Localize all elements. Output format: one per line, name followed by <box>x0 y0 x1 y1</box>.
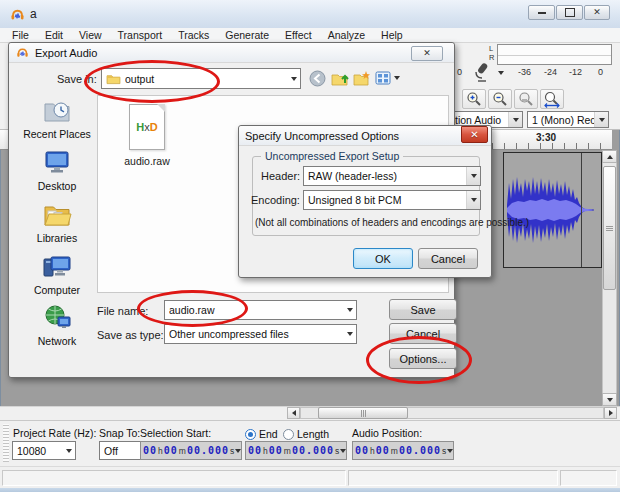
file-name-input[interactable]: audio.raw <box>164 300 357 320</box>
encoding-select[interactable]: Unsigned 8 bit PCM <box>303 190 481 210</box>
end-radio-label[interactable]: End <box>259 428 278 440</box>
menu-transport[interactable]: Transport <box>110 29 171 41</box>
encoding-value: Unsigned 8 bit PCM <box>308 194 466 206</box>
meter-dropdown-icon[interactable] <box>498 71 504 75</box>
minimize-button[interactable] <box>528 5 555 20</box>
export-dialog-title: Export Audio <box>35 47 97 59</box>
sidebar-item-network[interactable]: Network <box>17 305 97 347</box>
project-rate-select[interactable]: 10080 <box>12 441 76 460</box>
save-in-select[interactable]: output <box>101 68 301 89</box>
window-title: a <box>30 7 37 21</box>
zoom-in-button[interactable] <box>462 89 486 109</box>
scroll-down-button[interactable] <box>602 393 617 406</box>
options-button[interactable]: Options... <box>389 348 457 369</box>
scroll-up-button[interactable] <box>602 150 617 163</box>
export-dialog-titlebar[interactable]: Export Audio <box>9 43 454 63</box>
audio-position-label: Audio Position: <box>352 427 422 439</box>
fit-selection-button[interactable] <box>514 89 538 109</box>
selection-end-field[interactable]: 00h00m00.000s <box>245 441 347 460</box>
header-select[interactable]: RAW (header-less) <box>303 166 481 186</box>
chevron-down-icon[interactable] <box>343 325 356 343</box>
chevron-down-icon[interactable] <box>594 112 608 127</box>
status-panel <box>348 470 558 486</box>
recording-channels-select[interactable]: 1 (Mono) Recordir <box>527 111 609 128</box>
end-radio[interactable] <box>245 429 256 440</box>
sidebar-item-computer[interactable]: Computer <box>17 253 97 296</box>
back-button[interactable] <box>309 70 326 89</box>
chevron-down-icon[interactable] <box>343 301 356 319</box>
sidebar-item-recent-places[interactable]: Recent Places <box>17 97 97 140</box>
scroll-right-button[interactable] <box>604 407 617 419</box>
menu-generate[interactable]: Generate <box>217 29 277 41</box>
options-dialog-titlebar[interactable]: Specify Uncompressed Options <box>239 126 491 146</box>
toolbar-grip[interactable] <box>3 424 9 462</box>
zoom-out-button[interactable] <box>488 89 512 109</box>
close-icon: ✕ <box>593 8 601 17</box>
chevron-down-icon[interactable] <box>447 449 453 453</box>
new-folder-button[interactable] <box>353 70 371 89</box>
window-frame-bottom <box>0 488 620 492</box>
meter-scale-12: -12 <box>569 67 582 77</box>
audio-position-field[interactable]: 00h00m00.000s <box>352 441 454 460</box>
maximize-button[interactable] <box>556 5 583 20</box>
save-in-label: Save in: <box>57 73 97 85</box>
selection-start-field[interactable]: 00h00m00.000s <box>140 441 242 460</box>
microphone-icon[interactable] <box>471 62 493 85</box>
options-dialog-close-button[interactable]: ✕ <box>461 126 488 143</box>
sidebar-item-label: Network <box>38 335 77 347</box>
ok-button[interactable]: OK <box>353 248 413 269</box>
menu-view[interactable]: View <box>71 29 110 41</box>
chevron-down-icon[interactable] <box>235 449 241 453</box>
playback-cursor <box>581 153 582 267</box>
save-in-value: output <box>125 73 287 85</box>
file-item-audio-raw[interactable]: HxD audio.raw <box>112 104 182 167</box>
maximize-icon <box>565 8 575 17</box>
audio-track[interactable] <box>503 152 602 268</box>
menu-tracks[interactable]: Tracks <box>170 29 217 41</box>
places-sidebar: Recent Places Desktop Libraries Computer <box>17 97 97 347</box>
scroll-left-button[interactable] <box>287 407 300 419</box>
menu-analyze[interactable]: Analyze <box>320 29 373 41</box>
length-radio-label[interactable]: Length <box>297 428 329 440</box>
meter-scale-24: -24 <box>544 67 557 77</box>
menu-effect[interactable]: Effect <box>277 29 320 41</box>
views-menu-button[interactable] <box>375 70 392 88</box>
cancel-button[interactable]: Cancel <box>389 323 457 344</box>
save-button[interactable]: Save <box>389 299 457 320</box>
sidebar-item-label: Libraries <box>37 232 77 244</box>
recording-channels-value: 1 (Mono) Recordir <box>532 114 594 126</box>
recording-meter[interactable] <box>497 44 612 65</box>
libraries-icon <box>42 201 72 230</box>
views-dropdown-icon[interactable] <box>394 76 400 80</box>
chevron-down-icon[interactable] <box>466 191 480 209</box>
close-button[interactable]: ✕ <box>584 5 610 20</box>
chevron-down-icon[interactable] <box>340 449 346 453</box>
sidebar-item-libraries[interactable]: Libraries <box>17 201 97 244</box>
minimize-icon <box>538 12 546 14</box>
network-icon <box>42 305 72 333</box>
chevron-down-icon[interactable] <box>62 442 75 459</box>
options-cancel-button[interactable]: Cancel <box>418 248 478 269</box>
chevron-down-icon[interactable] <box>508 112 522 127</box>
sidebar-item-desktop[interactable]: Desktop <box>17 149 97 192</box>
window-titlebar[interactable]: a ✕ <box>0 0 620 29</box>
length-radio[interactable] <box>283 429 294 440</box>
menu-file[interactable]: File <box>4 29 37 41</box>
timeline-time-label: 3:30 <box>536 132 556 143</box>
menu-help[interactable]: Help <box>373 29 411 41</box>
selection-start-label: Selection Start: <box>140 427 211 439</box>
menu-edit[interactable]: Edit <box>37 29 71 41</box>
vertical-scrollbar-thumb[interactable] <box>603 166 616 290</box>
chevron-down-icon[interactable] <box>287 69 300 88</box>
fit-project-button[interactable] <box>540 89 564 109</box>
audacity-logo-icon <box>16 46 29 59</box>
folder-icon <box>106 73 121 85</box>
chevron-down-icon[interactable] <box>466 167 480 185</box>
up-one-level-button[interactable] <box>331 70 349 89</box>
status-panel <box>560 470 617 486</box>
export-dialog-close-button[interactable]: ✕ <box>411 46 443 61</box>
snap-to-value: Off <box>104 445 145 457</box>
save-as-type-select[interactable]: Other uncompressed files <box>164 324 357 344</box>
horizontal-scrollbar-thumb[interactable] <box>318 407 408 419</box>
options-dialog-title: Specify Uncompressed Options <box>245 130 399 142</box>
